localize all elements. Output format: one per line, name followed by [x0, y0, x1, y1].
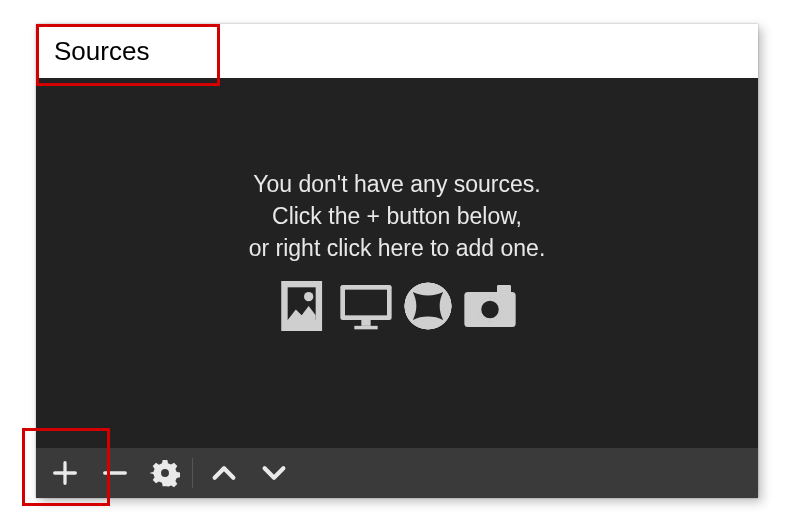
sources-empty-area[interactable]: You don't have any sources. Click the + … [36, 78, 758, 448]
add-source-button[interactable] [40, 448, 90, 498]
panel-header: Sources [36, 24, 758, 78]
svg-rect-4 [345, 290, 387, 316]
empty-placeholder: You don't have any sources. Click the + … [36, 168, 758, 265]
placeholder-line-3: or right click here to add one. [36, 232, 758, 264]
sources-toolbar [36, 448, 758, 498]
svg-rect-6 [354, 326, 377, 330]
display-icon [338, 278, 394, 338]
svg-rect-5 [361, 320, 370, 326]
toolbar-separator [192, 458, 193, 488]
placeholder-line-1: You don't have any sources. [36, 168, 758, 200]
remove-source-button[interactable] [90, 448, 140, 498]
panel-title: Sources [54, 36, 149, 66]
source-type-icons [36, 278, 758, 338]
source-properties-button[interactable] [140, 448, 190, 498]
move-down-button[interactable] [249, 448, 299, 498]
placeholder-line-2: Click the + button below, [36, 200, 758, 232]
svg-point-2 [304, 292, 313, 301]
camera-icon [462, 278, 518, 338]
move-up-button[interactable] [199, 448, 249, 498]
image-icon [276, 278, 332, 338]
globe-icon [400, 278, 456, 338]
svg-rect-11 [497, 285, 511, 294]
svg-point-18 [161, 469, 169, 477]
sources-panel: Sources You don't have any sources. Clic… [36, 24, 758, 498]
